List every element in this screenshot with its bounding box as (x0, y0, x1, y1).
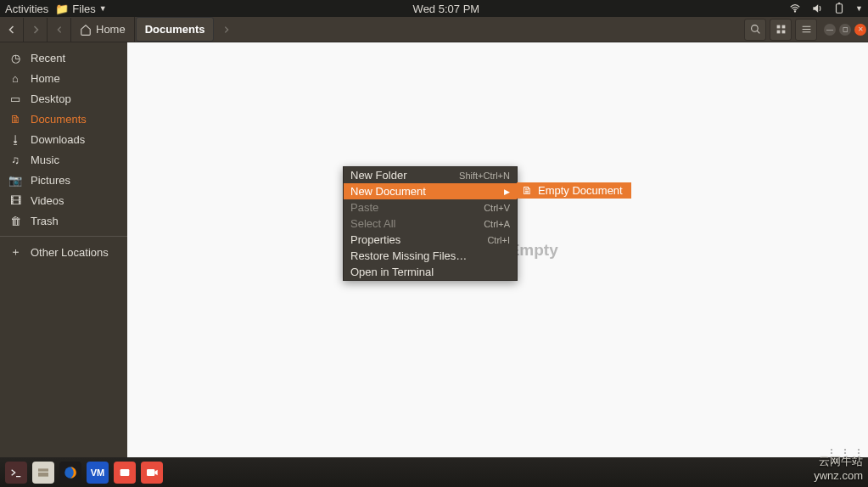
context-menu-item[interactable]: Restore Missing Files… (344, 248, 517, 264)
sidebar-item-desktop[interactable]: ▭Desktop (0, 88, 127, 109)
sidebar-item-label: Documents (31, 113, 87, 126)
forward-button[interactable] (24, 18, 48, 42)
sidebar-item-label: Home (31, 72, 60, 85)
sidebar-icon: ⌂ (8, 72, 22, 85)
svg-rect-10 (120, 469, 130, 476)
context-menu-item[interactable]: Open in Terminal (344, 264, 517, 280)
dropdown-icon: ▼ (99, 4, 107, 13)
sidebar-item-home[interactable]: ⌂Home (0, 68, 127, 88)
context-menu: New FolderShift+Ctrl+NNew Document▶Paste… (343, 166, 518, 281)
window-maximize-button[interactable]: ◻ (839, 24, 851, 36)
home-icon (80, 24, 92, 36)
dock-firefox[interactable] (59, 462, 81, 484)
svg-rect-7 (38, 468, 48, 471)
svg-rect-3 (776, 25, 780, 29)
submenu-arrow-icon: ▶ (504, 188, 510, 196)
view-toggle-button[interactable] (770, 19, 792, 41)
path-forward-icon (215, 18, 238, 42)
sidebar-item-label: Desktop (31, 92, 71, 105)
search-button[interactable] (744, 19, 766, 41)
sidebar-other-locations[interactable]: ＋Other Locations (0, 242, 127, 262)
context-menu-item[interactable]: New FolderShift+Ctrl+N (344, 167, 517, 183)
sidebar-item-pictures[interactable]: 📷Pictures (0, 170, 127, 190)
context-menu-item: PasteCtrl+V (344, 199, 517, 216)
sidebar-item-trash[interactable]: 🗑Trash (0, 210, 127, 231)
window-close-button[interactable]: ✕ (854, 24, 866, 36)
system-menu-icon[interactable]: ▼ (855, 4, 863, 13)
dock-files[interactable] (32, 462, 54, 484)
sidebar-item-documents[interactable]: 🗎Documents (0, 109, 127, 129)
wifi-icon[interactable] (789, 3, 801, 14)
sidebar-icon: ♫ (8, 154, 22, 166)
sidebar-icon: ◷ (8, 52, 22, 64)
hamburger-menu-button[interactable] (795, 19, 817, 41)
sidebar-item-label: Videos (31, 194, 64, 207)
svg-rect-4 (781, 25, 785, 29)
plus-icon: ＋ (8, 244, 22, 260)
sidebar: ◷Recent⌂Home▭Desktop🗎Documents⭳Downloads… (0, 42, 127, 457)
dock-terminal[interactable] (5, 462, 27, 484)
svg-rect-5 (776, 31, 780, 34)
context-menu-item: Select AllCtrl+A (344, 216, 517, 232)
document-icon: 🗎 (522, 184, 533, 197)
folder-icon: 📁 (55, 3, 69, 15)
dock-wps[interactable] (114, 462, 136, 484)
sidebar-icon: ▭ (8, 92, 22, 105)
sidebar-icon: ⭳ (8, 133, 22, 146)
breadcrumb-home[interactable]: Home (71, 17, 135, 42)
sidebar-icon: 🗎 (8, 113, 22, 126)
sidebar-icon: 🗑 (8, 215, 22, 227)
context-menu-item[interactable]: PropertiesCtrl+I (344, 232, 517, 248)
watermark: 云网牛站 ywnz.com (814, 454, 863, 482)
svg-rect-11 (147, 469, 154, 476)
volume-icon[interactable] (811, 3, 823, 14)
sidebar-item-music[interactable]: ♫Music (0, 149, 127, 170)
context-submenu-item[interactable]: 🗎 Empty Document (517, 182, 631, 199)
dock: VM 云网牛站 ywnz.com (0, 457, 868, 487)
battery-icon[interactable] (833, 3, 845, 14)
svg-point-2 (751, 25, 758, 32)
breadcrumb-current[interactable]: Documents (136, 17, 215, 42)
svg-rect-6 (781, 31, 785, 34)
sidebar-item-label: Music (31, 154, 59, 166)
window-minimize-button[interactable]: — (824, 24, 836, 36)
sidebar-icon: 🎞 (8, 194, 22, 207)
sidebar-item-label: Downloads (31, 133, 85, 146)
sidebar-item-downloads[interactable]: ⭳Downloads (0, 129, 127, 149)
sidebar-item-recent[interactable]: ◷Recent (0, 48, 127, 68)
top-panel: Activities 📁 Files ▼ Wed 5:07 PM ▼ (0, 0, 868, 17)
sidebar-item-label: Pictures (31, 174, 70, 187)
toolbar: Home Documents — ◻ ✕ (0, 17, 868, 42)
back-button[interactable] (0, 18, 24, 42)
sidebar-item-label: Other Locations (31, 246, 109, 259)
app-menu[interactable]: 📁 Files ▼ (55, 3, 106, 15)
svg-rect-1 (837, 4, 843, 14)
svg-point-0 (794, 11, 795, 12)
activities-button[interactable]: Activities (5, 3, 48, 15)
sidebar-item-label: Trash (31, 215, 59, 227)
sidebar-item-videos[interactable]: 🎞Videos (0, 190, 127, 210)
sidebar-icon: 📷 (8, 174, 22, 187)
dock-screencast[interactable] (141, 462, 163, 484)
svg-rect-8 (38, 473, 48, 477)
dock-virtualbox[interactable]: VM (87, 462, 109, 484)
path-back-icon[interactable] (48, 18, 71, 42)
sidebar-item-label: Recent (31, 52, 65, 64)
clock[interactable]: Wed 5:07 PM (413, 3, 480, 15)
context-menu-item[interactable]: New Document▶ (344, 183, 517, 199)
